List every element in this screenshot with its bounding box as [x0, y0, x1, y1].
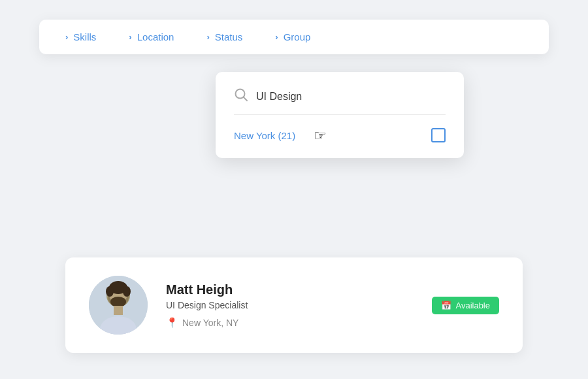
svg-point-8	[123, 286, 131, 297]
svg-point-7	[106, 286, 114, 297]
available-badge-label: Available	[455, 301, 490, 310]
filter-bar: › Skills › Location › Status › Group	[39, 20, 549, 54]
available-badge: 📅 Available	[432, 297, 499, 314]
profile-title: UI Design Specialist	[166, 300, 414, 310]
profile-card: Matt Heigh UI Design Specialist 📍 New Yo…	[65, 257, 523, 353]
svg-rect-11	[114, 306, 123, 315]
search-row: UI Design	[234, 88, 446, 115]
calendar-icon: 📅	[441, 301, 451, 310]
location-dropdown: UI Design New York (21)	[216, 72, 464, 158]
filter-skills-label: Skills	[73, 31, 96, 42]
filter-status-label: Status	[215, 31, 243, 42]
chevron-icon: ›	[206, 32, 209, 42]
profile-name: Matt Heigh	[166, 282, 414, 297]
chevron-icon: ›	[275, 32, 278, 42]
location-option-label[interactable]: New York (21)	[234, 130, 295, 141]
svg-point-9	[110, 297, 126, 307]
location-pin-icon: 📍	[166, 317, 178, 329]
filter-status[interactable]: › Status	[206, 31, 242, 42]
filter-location[interactable]: › Location	[129, 31, 174, 42]
filter-location-label: Location	[137, 31, 174, 42]
search-icon	[234, 88, 248, 105]
filter-group[interactable]: › Group	[275, 31, 310, 42]
filter-group-label: Group	[284, 31, 311, 42]
chevron-icon: ›	[129, 32, 131, 42]
chevron-icon: ›	[65, 32, 68, 42]
avatar	[89, 276, 148, 335]
location-option-row: New York (21)	[234, 128, 446, 142]
filter-skills[interactable]: › Skills	[65, 31, 96, 42]
svg-line-1	[244, 97, 248, 101]
profile-info: Matt Heigh UI Design Specialist 📍 New Yo…	[166, 282, 414, 329]
profile-location: 📍 New York, NY	[166, 317, 414, 329]
search-value: UI Design	[256, 91, 302, 103]
location-checkbox[interactable]	[431, 128, 446, 142]
profile-location-text: New York, NY	[182, 318, 238, 328]
